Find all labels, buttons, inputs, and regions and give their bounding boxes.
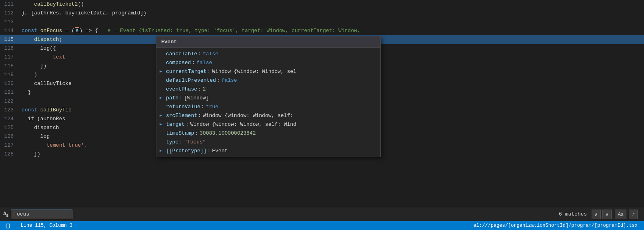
debug-key-returnvalue: returnValue <box>166 104 200 110</box>
line-number-124: 124 <box>0 115 20 123</box>
line-number-118: 118 <box>0 62 20 71</box>
debug-val-eventphase: 2 <box>203 86 206 92</box>
debug-val-returnvalue: true <box>206 104 218 110</box>
line-number-116: 116 <box>0 44 20 53</box>
line-number-114: 114 <box>0 26 20 35</box>
debug-colon-type: : <box>179 139 182 145</box>
debug-item-path[interactable]: ▶ path : [Window] <box>156 93 380 102</box>
debug-val-cancelable: false <box>203 51 218 57</box>
file-path: al:///pages/[organizationShortId]/progra… <box>474 223 644 228</box>
code-line-114: 114 const onFocus = (e) => { e = Event {… <box>0 26 644 35</box>
debug-item-returnvalue[interactable]: returnValue : true <box>156 102 380 111</box>
debug-key-cancelable: cancelable <box>166 51 197 57</box>
debug-colon-cancelable: : <box>198 51 201 57</box>
debug-item-currenttarget[interactable]: ▶ currentTarget : Window {window: Window… <box>156 67 380 76</box>
debug-key-composed: composed <box>166 60 191 66</box>
prev-match-button[interactable]: ∧ <box>592 210 601 219</box>
debug-arrow-currenttarget: ▶ <box>160 69 164 74</box>
ab-icon: AB <box>3 211 8 218</box>
debug-arrow-target: ▶ <box>160 122 164 127</box>
code-line-111: 111 callBuyTicket2() <box>0 0 644 9</box>
debug-val-composed: false <box>196 60 212 66</box>
debug-popup-title: Event <box>156 36 380 48</box>
debug-key-target: target <box>166 121 185 127</box>
debug-val-type: "focus" <box>184 139 206 145</box>
debug-colon-timestamp: : <box>195 130 198 136</box>
code-line-113: 113 <box>0 18 644 26</box>
line-number-113: 113 <box>0 18 20 26</box>
debug-item-eventphase[interactable]: eventPhase : 2 <box>156 85 380 93</box>
debug-val-target: Window {window: Window, self: Wind <box>190 121 296 127</box>
editor-area: 111 callBuyTicket2() 112 }, [authnRes, b… <box>0 0 644 212</box>
debug-popup[interactable]: Event cancelable : false composed : fals… <box>156 36 381 157</box>
debug-key-type: type <box>166 139 178 145</box>
matches-label: matches <box>565 211 587 217</box>
debug-key-eventphase: eventPhase <box>166 86 197 92</box>
debug-popup-content: cancelable : false composed : false ▶ cu… <box>156 48 380 157</box>
debug-item-cancelable[interactable]: cancelable : false <box>156 49 380 58</box>
debug-item-srcelement[interactable]: ▶ srcElement : Window {window: Window, s… <box>156 111 380 120</box>
match-count: 6 <box>559 211 562 217</box>
code-line-112: 112 }, [authnRes, buyTicketData, program… <box>0 9 644 18</box>
line-number-125: 125 <box>0 123 20 132</box>
debug-val-timestamp: 30083.100000023842 <box>200 130 256 136</box>
search-input[interactable] <box>14 211 70 217</box>
debug-key-prototype: [[Prototype]] <box>166 148 206 154</box>
debug-arrow-prototype: ▶ <box>160 148 164 153</box>
search-matches-container: 6 matches ∧ ∨ Aa .* <box>559 210 641 219</box>
debug-val-srcelement: Window {window: Window, self: <box>203 113 293 119</box>
line-number-119: 119 <box>0 71 20 79</box>
line-number-128: 128 <box>0 150 20 159</box>
line-content-111: callBuyTicket2() <box>20 0 644 9</box>
debug-key-currenttarget: currentTarget <box>166 69 206 75</box>
debug-item-composed[interactable]: composed : false <box>156 58 380 67</box>
debug-colon-currenttarget: : <box>207 69 210 75</box>
line-number-126: 126 <box>0 132 20 141</box>
debug-item-prototype[interactable]: ▶ [[Prototype]] : Event <box>156 146 380 155</box>
debug-colon-prototype: : <box>207 148 210 154</box>
debug-colon-returnvalue: : <box>201 104 204 110</box>
line-number-127: 127 <box>0 141 20 150</box>
line-number-115: 115 <box>0 35 20 44</box>
debug-colon-eventphase: : <box>198 86 201 92</box>
debug-item-type[interactable]: type : "focus" <box>156 137 380 146</box>
line-number-117: 117 <box>0 53 20 62</box>
debug-colon-target: : <box>186 121 189 127</box>
debug-val-path: [Window] <box>184 95 209 101</box>
line-number-112: 112 <box>0 9 20 18</box>
debug-item-target[interactable]: ▶ target : Window {window: Window, self:… <box>156 120 380 129</box>
line-number-123: 123 <box>0 106 20 115</box>
status-left: {} Line 115, Column 3 <box>0 223 74 229</box>
line-number-121: 121 <box>0 88 20 97</box>
search-bar: AB 6 matches ∧ ∨ Aa .* <box>0 207 644 221</box>
debug-item-defaultprevented[interactable]: defaultPrevented : false <box>156 76 380 85</box>
debug-colon-composed: : <box>192 60 195 66</box>
regex-button[interactable]: .* <box>629 210 638 219</box>
debug-arrow-srcelement: ▶ <box>160 113 164 118</box>
debug-colon-path: : <box>179 95 182 101</box>
line-number-111: 111 <box>0 0 20 9</box>
status-bar: {} Line 115, Column 3 al:///pages/[organ… <box>0 221 644 230</box>
line-number-122: 122 <box>0 97 20 106</box>
debug-key-defaultprevented: defaultPrevented <box>166 77 216 83</box>
debug-arrow-path: ▶ <box>160 95 164 100</box>
debug-key-path: path <box>166 95 178 101</box>
line-content-114: const onFocus = (e) => { e = Event {isTr… <box>20 26 644 35</box>
next-match-button[interactable]: ∨ <box>602 210 612 219</box>
debug-key-srcelement: srcElement <box>166 113 197 119</box>
cursor-position[interactable]: Line 115, Column 3 <box>19 223 74 228</box>
line-number-120: 120 <box>0 79 20 88</box>
debug-item-timestamp[interactable]: timeStamp : 30083.100000023842 <box>156 129 380 137</box>
debug-key-timestamp: timeStamp <box>166 130 194 136</box>
search-input-box[interactable] <box>11 210 72 219</box>
debug-val-defaultprevented: false <box>222 77 237 83</box>
debug-val-currenttarget: Window {window: Window, sel <box>212 69 296 75</box>
braces-icon[interactable]: {} <box>3 223 13 229</box>
debug-val-prototype: Event <box>212 148 228 154</box>
debug-colon-srcelement: : <box>198 113 201 119</box>
debug-colon-defaultprevented: : <box>217 77 220 83</box>
line-content-112: }, [authnRes, buyTicketData, programId]) <box>20 9 644 18</box>
case-sensitive-button[interactable]: Aa <box>615 210 626 219</box>
